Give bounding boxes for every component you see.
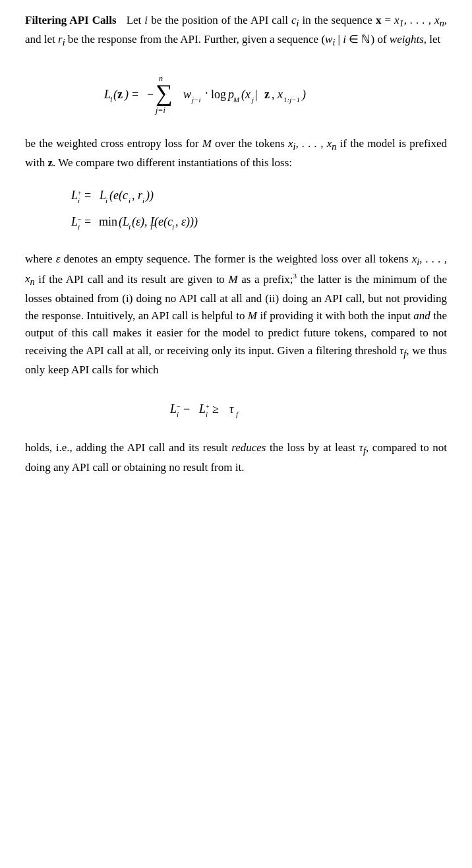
svg-text:(ε), L: (ε), L <box>132 215 157 229</box>
svg-text:(e(c: (e(c <box>154 215 173 229</box>
svg-text:min: min <box>99 215 117 228</box>
svg-text:−: − <box>77 215 82 223</box>
paragraph-intro: Filtering API Calls Let i be the positio… <box>25 12 447 51</box>
svg-text:−: − <box>176 402 181 410</box>
svg-text:(L: (L <box>119 215 129 229</box>
svg-text:, ε))): , ε))) <box>175 215 198 229</box>
svg-text:i: i <box>206 410 208 418</box>
svg-text:+: + <box>77 189 82 197</box>
svg-text:(e(c: (e(c <box>109 189 128 202</box>
svg-text:z: z <box>117 88 123 101</box>
svg-text:j−i: j−i <box>191 96 201 104</box>
svg-text:log: log <box>211 88 226 101</box>
paragraph-conclusion: holds, i.e., adding the API call and its… <box>25 439 447 476</box>
svg-text:i: i <box>129 223 131 231</box>
equation-loss-definition: L i ( z ) = − n ∑ j=i w j−i · log p M (x… <box>25 67 447 119</box>
main-content: Filtering API Calls Let i be the positio… <box>25 12 447 476</box>
svg-text:, r: , r <box>132 189 143 202</box>
svg-text:=: = <box>132 88 138 101</box>
svg-text:,: , <box>272 88 275 101</box>
svg-text:i: i <box>150 223 152 231</box>
svg-text:): ) <box>301 88 306 102</box>
svg-text:x: x <box>277 88 283 101</box>
svg-text:1:j−1: 1:j−1 <box>283 96 300 104</box>
svg-text:∑: ∑ <box>156 80 173 106</box>
svg-text:j: j <box>251 96 254 104</box>
equation-loss-plus-minus: L + i = L i (e(c i , r i )) L − i = min … <box>65 185 447 237</box>
svg-text:−: − <box>183 402 190 416</box>
svg-text:(x: (x <box>241 88 251 102</box>
svg-text:i: i <box>105 197 107 204</box>
eq-loss-plus: L + i = L i (e(c i , r i )) <box>65 185 276 206</box>
svg-text:i: i <box>78 197 80 204</box>
svg-text:i: i <box>110 95 112 104</box>
svg-text:i: i <box>129 197 131 204</box>
svg-text:=: = <box>84 215 91 228</box>
svg-text:=: = <box>84 189 91 202</box>
svg-text:+: + <box>205 402 210 410</box>
svg-text:|: | <box>255 88 258 101</box>
svg-text:): ) <box>124 88 129 102</box>
paragraph-explanation: where ε denotes an empty sequence. The f… <box>25 251 447 379</box>
svg-text:−: − <box>147 88 154 101</box>
svg-text:i: i <box>78 223 80 231</box>
svg-text:M: M <box>233 96 240 104</box>
svg-text:≥: ≥ <box>212 402 219 416</box>
svg-text:j=i: j=i <box>154 106 165 115</box>
section-title: Filtering API Calls <box>25 14 117 26</box>
equation-threshold-condition: L − i − L + i ≥ τ f <box>25 394 447 423</box>
svg-text:z: z <box>264 88 270 101</box>
svg-text:i: i <box>177 410 179 418</box>
svg-text:f: f <box>236 410 239 418</box>
svg-text:τ: τ <box>229 402 234 416</box>
svg-text:i: i <box>142 197 144 204</box>
svg-text:·: · <box>205 86 208 100</box>
svg-text:w: w <box>183 88 191 101</box>
svg-text:)): )) <box>145 189 154 202</box>
svg-text:i: i <box>172 223 174 231</box>
footnote-ref-3: 3 <box>293 272 297 280</box>
eq-loss-minus: L − i = min (L i (ε), L i (e(c i , ε))) <box>65 211 302 232</box>
paragraph-loss-description: be the weighted cross entropy loss for M… <box>25 135 447 172</box>
